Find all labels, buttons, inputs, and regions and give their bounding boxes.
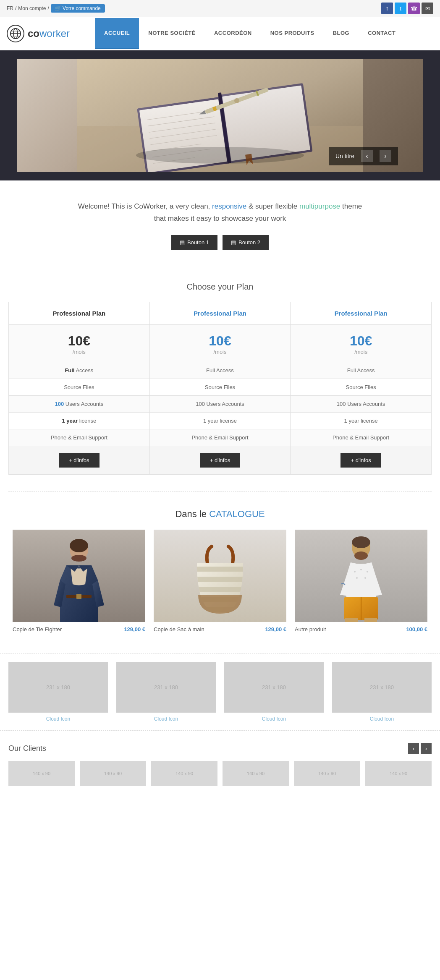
more-info-button-1[interactable]: + d'infos [59, 453, 99, 468]
client-logo-1: 140 x 90 [8, 761, 75, 786]
pricing-btn-row: + d'infos + d'infos + d'infos [9, 446, 432, 474]
header: coworker ACCUEIL NOTRE SOCIÉTÉ ACCORDÉON… [0, 17, 440, 50]
slide-title: Un titre [335, 153, 354, 159]
button-2[interactable]: ▤ Bouton 2 [223, 235, 269, 250]
plan-title-2: Professional Plan [149, 302, 291, 324]
clients-next-button[interactable]: › [421, 743, 432, 754]
nav-item-blog[interactable]: BLOG [324, 18, 359, 49]
nav-item-produits[interactable]: NOS PRODUITS [261, 18, 324, 49]
product-price-1: 129,00 € [124, 626, 145, 632]
svg-point-45 [364, 577, 366, 579]
hero-caption: Un titre ‹ › [329, 147, 398, 165]
product-item-3: Autre produit 100,00 € [291, 530, 432, 641]
multipurpose-highlight: multipurpose [299, 202, 340, 210]
svg-rect-48 [345, 618, 358, 622]
email-icon[interactable]: ✉ [422, 3, 433, 14]
svg-point-42 [360, 569, 362, 570]
feature-4-col2: 1 year license [149, 412, 291, 429]
plan-title-1: Professional Plan [9, 302, 150, 324]
price-1: 10€ /mois [9, 324, 150, 362]
svg-point-27 [136, 147, 304, 164]
svg-point-44 [356, 577, 358, 579]
pricing-btn-cell-1: + d'infos [9, 446, 150, 474]
separator2: / [47, 5, 49, 11]
cart-button[interactable]: 🛒 Votre commande [51, 4, 105, 13]
pricing-btn-cell-3: + d'infos [291, 446, 432, 474]
product-price-2: 129,00 € [265, 626, 286, 632]
product-name-1: Copie de Tie Fighter [13, 626, 62, 632]
feature-row-4: 1 year license 1 year license 1 year lic… [9, 412, 432, 429]
feature-2-col2: Source Files [149, 379, 291, 395]
product-info-2: Copie de Sac à main 129,00 € [154, 622, 286, 632]
welcome-text: Welcome! This is CoWorker, a very clean,… [34, 201, 406, 225]
twitter-icon[interactable]: t [395, 3, 406, 14]
feature-2-col1: Source Files [9, 379, 150, 395]
nav-item-accordeon[interactable]: ACCORDÉON [205, 18, 261, 49]
top-bar: FR / Mon compte / 🛒 Votre commande f t ☎… [0, 0, 440, 17]
svg-point-43 [367, 571, 368, 572]
svg-rect-34 [195, 577, 245, 582]
product-2-illustration [178, 530, 262, 622]
svg-point-41 [354, 571, 356, 572]
product-image-1 [13, 530, 145, 622]
welcome-section: Welcome! This is CoWorker, a very clean,… [0, 180, 440, 265]
feature-4-col1: 1 year license [9, 412, 150, 429]
account-link[interactable]: Mon compte [18, 5, 46, 11]
phone-icon[interactable]: ☎ [408, 3, 420, 14]
feature-2-col3: Source Files [291, 379, 432, 395]
facebook-icon[interactable]: f [381, 3, 393, 14]
button-1[interactable]: ▤ Bouton 1 [171, 235, 217, 250]
price-2: 10€ /mois [149, 324, 291, 362]
icons-section: 231 x 180 Cloud Icon 231 x 180 Cloud Ico… [0, 653, 440, 730]
feature-1-col2: Full Access [149, 362, 291, 379]
pricing-header-row: Professional Plan Professional Plan Prof… [9, 302, 432, 324]
hero-next-button[interactable]: › [380, 150, 391, 162]
price-3: 10€ /mois [291, 324, 432, 362]
social-links: f t ☎ ✉ [381, 3, 433, 14]
product-name-3: Autre produit [295, 626, 326, 632]
clients-prev-button[interactable]: ‹ [408, 743, 419, 754]
product-name-2: Copie de Sac à main [154, 626, 204, 632]
hero-prev-button[interactable]: ‹ [361, 150, 373, 162]
icon-placeholder-2: 231 x 180 [116, 662, 216, 713]
feature-row-1: Full Access Full Access Full Access [9, 362, 432, 379]
svg-rect-49 [364, 618, 377, 622]
nav-item-contact[interactable]: CONTACT [359, 18, 405, 49]
client-logo-5: 140 x 90 [294, 761, 360, 786]
feature-5-col2: Phone & Email Support [149, 429, 291, 446]
product-item-2: Copie de Sac à main 129,00 € [149, 530, 291, 641]
feature-row-2: Source Files Source Files Source Files [9, 379, 432, 395]
svg-point-30 [71, 555, 86, 562]
product-item-1: Copie de Tie Fighter 129,00 € [8, 530, 149, 641]
catalogue-highlight: CATALOGUE [209, 509, 265, 519]
svg-rect-33 [195, 567, 245, 572]
plan-title-3: Professional Plan [291, 302, 432, 324]
svg-point-40 [354, 551, 368, 560]
lang-selector[interactable]: FR [7, 5, 13, 11]
client-logo-6: 140 x 90 [365, 761, 432, 786]
logo: coworker [7, 17, 91, 50]
icons-grid: 231 x 180 Cloud Icon 231 x 180 Cloud Ico… [8, 662, 432, 722]
svg-point-29 [70, 539, 88, 552]
clients-header: Our Clients ‹ › [8, 743, 432, 754]
catalogue-title: Dans le CATALOGUE [8, 509, 432, 520]
feature-5-col3: Phone & Email Support [291, 429, 432, 446]
svg-rect-32 [76, 594, 81, 599]
nav-item-accueil[interactable]: ACCUEIL [95, 18, 139, 49]
pricing-section: Choose your Plan Professional Plan Profe… [0, 265, 440, 491]
pricing-price-row: 10€ /mois 10€ /mois 10€ /mois [9, 324, 432, 362]
logo-text: coworker [28, 28, 70, 39]
hero-image: Un titre ‹ › [17, 59, 423, 172]
icon-item-4: 231 x 180 Cloud Icon [332, 662, 432, 722]
more-info-button-2[interactable]: + d'infos [200, 453, 240, 468]
hero-banner: Un titre ‹ › [0, 50, 440, 180]
icon-placeholder-4: 231 x 180 [332, 662, 432, 713]
more-info-button-3[interactable]: + d'infos [340, 453, 381, 468]
nav-item-societe[interactable]: NOTRE SOCIÉTÉ [139, 18, 205, 49]
icon-placeholder-1: 231 x 180 [8, 662, 108, 713]
pricing-title: Choose your Plan [8, 282, 432, 292]
svg-point-39 [352, 536, 370, 548]
feature-row-5: Phone & Email Support Phone & Email Supp… [9, 429, 432, 446]
pricing-table: Professional Plan Professional Plan Prof… [8, 302, 432, 475]
button2-icon: ▤ [231, 239, 236, 246]
